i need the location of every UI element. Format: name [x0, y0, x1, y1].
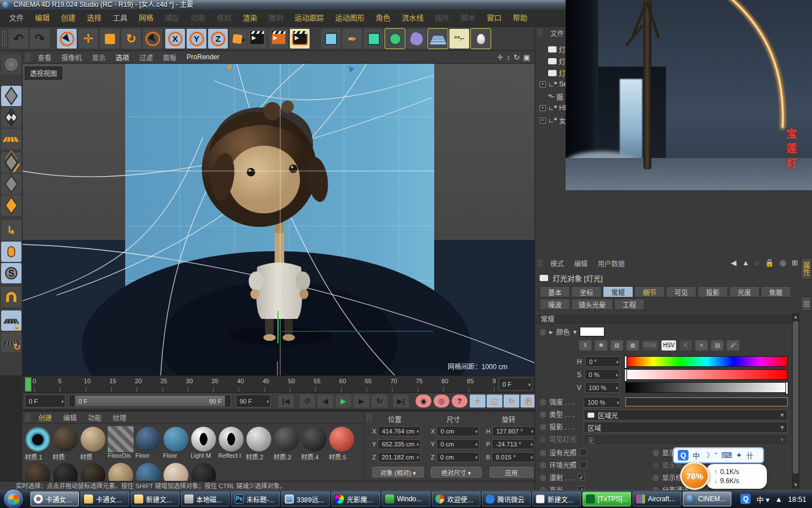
axis-mode-icon[interactable]: ↳	[1, 220, 21, 240]
sogou-logo-icon[interactable]: Q	[678, 450, 689, 461]
material-menu-创建[interactable]: 创建	[33, 413, 58, 422]
anim-dot-icon[interactable]: ◎	[652, 473, 659, 481]
taskbar-item-卡通女...[interactable]: 卡通女...	[81, 492, 129, 506]
wheel-icon[interactable]: ✺	[595, 340, 607, 351]
object-item-女[interactable]: +∟⁰女	[540, 116, 566, 125]
coords-input-位置-Z[interactable]: 201.182 cm	[378, 452, 421, 462]
target-icon[interactable]: ◎	[780, 259, 786, 267]
lock-icon[interactable]: 🔒	[765, 259, 774, 267]
punctuation-icon[interactable]: ’’	[714, 451, 718, 459]
material-item[interactable]	[25, 462, 51, 481]
taskbar-item-卡通女...[interactable]: 卡通女...	[30, 492, 79, 506]
viewport-menu-摄像机[interactable]: 摄像机	[56, 52, 87, 62]
render-view-icon[interactable]	[246, 28, 267, 49]
anim-dot-icon[interactable]: ◎	[652, 448, 659, 457]
object-item-灯[interactable]: 灯	[540, 45, 566, 54]
object-item-HD[interactable]: +∟⁰HD	[540, 104, 569, 112]
material-item[interactable]: Reflect I	[218, 426, 244, 459]
anim-dot-icon[interactable]: ◎	[540, 397, 546, 406]
play-button[interactable]: ▶	[335, 394, 352, 408]
anim-dot-icon[interactable]: ◎	[652, 461, 659, 469]
hsv-gradient-V[interactable]	[625, 382, 788, 393]
material-item[interactable]: 材质	[52, 426, 78, 461]
material-item[interactable]	[163, 462, 189, 481]
timeline-playhead[interactable]	[25, 377, 32, 392]
expand-arrow-icon[interactable]: ▸	[549, 328, 553, 336]
record-key-button[interactable]: ◉	[415, 394, 432, 408]
viewport-grip[interactable]	[25, 52, 30, 62]
material-menu-功能[interactable]: 功能	[82, 413, 107, 422]
menu-item-角色[interactable]: 角色	[370, 10, 396, 27]
menu-item-运动图形[interactable]: 运动图形	[329, 10, 370, 27]
material-item[interactable]: 材质.2	[246, 426, 272, 461]
loop-button[interactable]: ↻	[371, 394, 388, 408]
sogou-tray-icon[interactable]: Q	[740, 494, 751, 504]
general-section-header[interactable]: 常规	[536, 313, 791, 323]
material-item[interactable]: Light M	[191, 426, 217, 459]
menu-item-编辑[interactable]: 编辑	[29, 10, 55, 27]
tab-坐标[interactable]: 坐标	[571, 286, 602, 297]
material-item[interactable]	[191, 462, 217, 481]
menu-item-运动跟踪[interactable]: 运动跟踪	[289, 10, 329, 27]
taskbar-item-腾讯微云[interactable]: 腾讯微云	[482, 492, 531, 506]
forward-icon[interactable]: ▲	[742, 259, 749, 267]
anim-dot-icon[interactable]: ◎	[540, 410, 546, 418]
taskbar-item-CINEM...[interactable]: CINEM...	[683, 492, 731, 506]
tab-噪波[interactable]: 噪波	[540, 299, 570, 310]
goto-start-button[interactable]: |◀	[277, 394, 294, 408]
expand-icon[interactable]: +	[540, 117, 546, 124]
strength-input[interactable]: 100 %	[584, 397, 621, 408]
keyframe-help-button[interactable]: ?	[451, 394, 468, 408]
menu-item-流水线[interactable]: 流水线	[396, 10, 429, 27]
anim-dot-icon[interactable]: ◎	[540, 448, 546, 457]
lock-z-icon[interactable]: Z	[208, 28, 228, 49]
material-menu-纹理[interactable]: 纹理	[107, 413, 132, 422]
taskbar-item-本地磁...[interactable]: 本地磁...	[181, 492, 230, 506]
coords-input-位置-Y[interactable]: 652.335 cm	[378, 439, 421, 449]
rgb-mode-icon[interactable]: RGB	[642, 340, 658, 351]
light-icon[interactable]	[470, 28, 491, 49]
hsv-mode-icon[interactable]: HSV	[661, 340, 677, 351]
workplane-rotate-icon[interactable]: ↻	[1, 332, 21, 352]
coords-button-绝对尺寸[interactable]: 绝对尺寸 ▾	[431, 467, 482, 478]
color-swatch[interactable]	[580, 327, 604, 336]
search-icon[interactable]: ◌	[755, 259, 760, 267]
spectrum-icon[interactable]: ▧	[611, 340, 623, 351]
taskbar-item-Aircraft...[interactable]: Aircraft...	[633, 492, 681, 506]
picture-icon[interactable]: ▦	[626, 340, 639, 351]
magnet-icon[interactable]	[1, 287, 21, 307]
expand-icon[interactable]: +	[540, 81, 546, 87]
material-item[interactable]: 材质.3	[273, 426, 299, 461]
menu-item-窗口[interactable]: 窗口	[481, 10, 507, 27]
menu-item-雕刻[interactable]: 雕刻	[263, 10, 289, 27]
anim-dot-icon[interactable]: ◎	[540, 435, 546, 443]
taskbar-item-欢迎使...[interactable]: 欢迎使...	[432, 492, 480, 506]
toggle-view-icon[interactable]: ▣	[523, 53, 530, 62]
anim-dot-icon[interactable]: ◎	[540, 461, 546, 469]
attribute-menu-模式[interactable]: 模式	[545, 259, 569, 268]
checkbox-环境光照[interactable]	[580, 461, 587, 468]
night-mode-icon[interactable]: ☽	[704, 451, 710, 459]
scale-icon[interactable]	[99, 28, 120, 49]
coords-input-尺寸-Z[interactable]: 0 cm	[436, 452, 479, 462]
edges-mode-icon[interactable]	[1, 174, 21, 194]
tab-镜头光晕[interactable]: 镜头光晕	[571, 299, 613, 310]
object-manager-grip[interactable]	[537, 29, 543, 37]
taskbar-item-Windo...[interactable]: Windo...	[382, 492, 430, 506]
menu-item-帮助[interactable]: 帮助	[507, 10, 533, 27]
coords-button-对象 (相对)[interactable]: 对象 (相对) ▾	[372, 467, 424, 478]
coords-grip[interactable]	[367, 414, 372, 422]
viewport-menu-过滤[interactable]: 过滤	[134, 52, 158, 62]
frame-range-slider[interactable]: 0 F 90 F	[69, 395, 231, 408]
checkbox-没有光照[interactable]	[580, 449, 587, 456]
mixer-icon[interactable]: ≡	[695, 340, 708, 351]
color-dropdown-icon[interactable]: ▾	[573, 328, 576, 336]
soft-keyboard-icon[interactable]: ⌨	[721, 451, 732, 459]
taskbar-item-新建文...[interactable]: 新建文...	[131, 492, 179, 506]
coords-input-尺寸-Y[interactable]: 0 cm	[436, 439, 479, 449]
back-icon[interactable]: ◀	[731, 259, 736, 267]
scroll-thumb[interactable]	[793, 321, 798, 474]
dropdown-投影 . . .[interactable]: 区域	[584, 422, 788, 433]
taskbar-item-未标题-...[interactable]: Ps未标题-...	[231, 492, 280, 506]
environment-icon[interactable]	[427, 28, 448, 49]
